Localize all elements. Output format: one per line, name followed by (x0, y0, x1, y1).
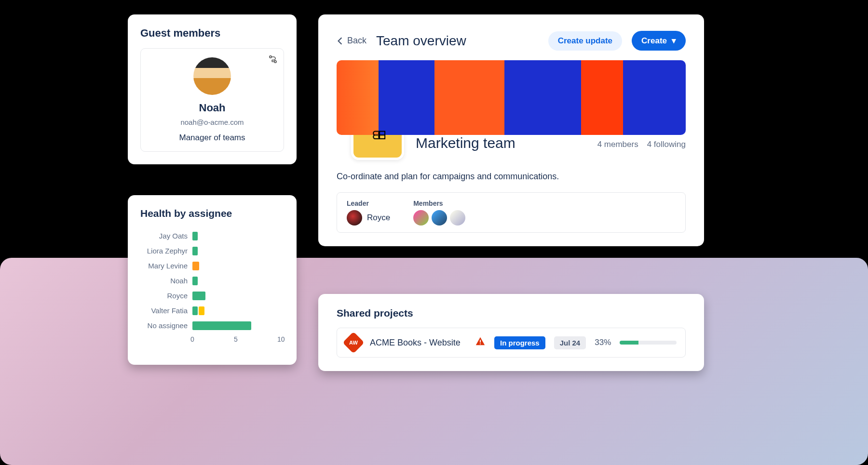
chart-label: Mary Levine (140, 262, 192, 270)
create-update-button[interactable]: Create update (548, 31, 622, 51)
member-avatar[interactable] (450, 210, 465, 226)
following-count: 4 following (647, 140, 686, 149)
progress-bar (620, 341, 677, 345)
progress-percent: 33% (595, 338, 611, 347)
chart-bar (192, 321, 251, 330)
create-label: Create (641, 36, 667, 46)
shared-projects-card: Shared projects AW ACME Books - Website … (318, 294, 704, 371)
chart-label: No assignee (140, 321, 192, 330)
chart-bar (192, 306, 198, 315)
health-card: Health by assignee Jay OatsLiora ZephyrM… (128, 195, 297, 365)
members-label: Members (413, 199, 465, 207)
chart-label: Liora Zephyr (140, 247, 192, 255)
chart-label: Valter Fatia (140, 306, 192, 315)
chart-tick: 5 (234, 335, 238, 343)
overview-title: Team overview (376, 33, 539, 49)
health-chart: Jay OatsLiora ZephyrMary LevineNoahRoyce… (140, 229, 284, 354)
svg-rect-2 (480, 340, 481, 343)
svg-point-1 (274, 61, 276, 63)
shared-title: Shared projects (337, 307, 686, 319)
team-description: Co-ordinate and plan for campaigns and c… (337, 172, 686, 182)
member-avatar[interactable] (432, 210, 447, 226)
back-label: Back (347, 36, 366, 46)
members-count: 4 members (597, 140, 638, 149)
team-banner (337, 60, 686, 135)
project-icon: AW (342, 332, 364, 353)
chart-label: Noah (140, 277, 192, 285)
team-overview-card: Back Team overview Create update Create … (318, 14, 704, 246)
chart-tick: 10 (277, 335, 285, 343)
svg-rect-3 (480, 344, 481, 345)
chart-bar (192, 247, 198, 255)
guest-avatar (193, 57, 231, 95)
guest-name: Noah (199, 102, 226, 114)
link-icon (268, 54, 278, 66)
guest-role: Manager of teams (179, 133, 245, 143)
status-badge: In progress (494, 336, 545, 349)
chart-label: Jay Oats (140, 232, 192, 240)
svg-point-0 (270, 56, 271, 58)
project-name: ACME Books - Website (370, 338, 466, 348)
chart-bar (199, 306, 205, 315)
guest-member-tile[interactable]: Noah noah@o-acme.com Manager of teams (140, 48, 284, 152)
member-avatar[interactable] (413, 210, 429, 226)
back-button[interactable]: Back (337, 36, 366, 46)
health-title: Health by assignee (140, 208, 284, 219)
team-people-box: Leader Royce Members (337, 192, 686, 233)
guest-members-card: Guest members Noah noah@o-acme.com Manag… (128, 14, 297, 164)
project-row[interactable]: AW ACME Books - Website In progress Jul … (337, 328, 686, 358)
leader-avatar[interactable] (347, 210, 362, 226)
chart-bar (192, 292, 205, 300)
chart-bar (192, 277, 198, 285)
chart-tick: 0 (190, 335, 194, 343)
leader-name: Royce (367, 213, 390, 223)
chevron-down-icon: ▾ (672, 36, 676, 46)
chart-bar (192, 232, 198, 240)
guest-email: noah@o-acme.com (180, 118, 244, 126)
chart-label: Royce (140, 292, 192, 300)
chart-bar (192, 262, 199, 270)
guest-section-title: Guest members (140, 27, 284, 40)
leader-label: Leader (347, 199, 390, 207)
team-name: Marketing team (416, 135, 589, 160)
date-badge: Jul 24 (554, 336, 586, 349)
team-meta: 4 members 4 following (597, 140, 686, 160)
warning-icon (475, 336, 486, 349)
create-button[interactable]: Create ▾ (632, 31, 686, 51)
